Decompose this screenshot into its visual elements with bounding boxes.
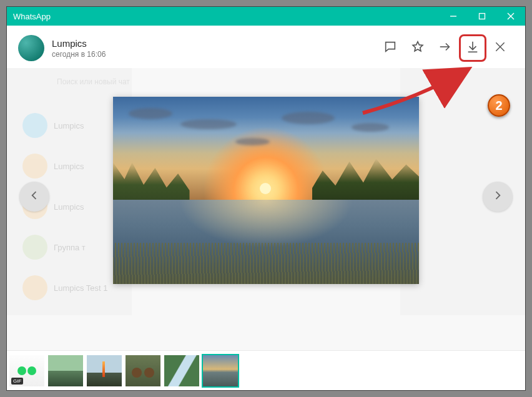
app-window: WhatsApp Поиск или новый чат Lumpics Lum… <box>6 6 526 391</box>
thumbnail[interactable] <box>48 355 83 386</box>
previous-media-button[interactable] <box>19 182 49 212</box>
close-icon <box>494 41 506 56</box>
chat-bubble-icon <box>383 40 397 56</box>
thumbnail[interactable] <box>87 355 122 386</box>
forward-button[interactable] <box>431 34 459 62</box>
forward-arrow-icon <box>438 40 452 56</box>
download-icon <box>466 40 480 56</box>
media-timestamp: сегодня в 16:06 <box>52 50 377 59</box>
sender-info: Lumpics сегодня в 16:06 <box>52 38 377 59</box>
background-chat-item: Lumpics <box>22 113 84 138</box>
background-chat-item: Lumpics <box>22 154 84 179</box>
gif-badge: GIF <box>11 378 23 385</box>
sender-name: Lumpics <box>52 38 377 49</box>
sender-avatar <box>18 35 44 61</box>
window-close-button[interactable] <box>496 7 525 26</box>
thumbnail[interactable] <box>126 355 160 386</box>
svg-rect-1 <box>480 14 485 19</box>
reply-button[interactable] <box>377 34 404 62</box>
titlebar: WhatsApp <box>7 7 525 26</box>
star-button[interactable] <box>404 34 431 62</box>
close-media-button[interactable] <box>486 34 514 62</box>
window-maximize-button[interactable] <box>468 7 496 26</box>
background-search: Поиск или новый чат <box>57 76 182 88</box>
chevron-right-icon <box>491 189 504 204</box>
next-media-button[interactable] <box>483 182 513 212</box>
download-button[interactable] <box>459 34 486 62</box>
media-viewer: Поиск или новый чат Lumpics Lumpics Lump… <box>7 26 525 390</box>
app-title: WhatsApp <box>13 12 51 21</box>
star-icon <box>411 40 425 56</box>
annotation-step-badge: 2 <box>488 94 510 117</box>
thumbnail-selected[interactable] <box>203 355 238 386</box>
media-header: Lumpics сегодня в 16:06 <box>7 26 525 68</box>
thumbnail[interactable] <box>164 355 199 386</box>
window-minimize-button[interactable] <box>439 7 468 26</box>
media-image[interactable] <box>113 97 419 284</box>
thumbnail-strip: GIF <box>7 350 525 390</box>
thumbnail[interactable]: GIF <box>9 355 44 386</box>
chevron-left-icon <box>28 189 41 204</box>
background-chat-item: Lumpics Test 1 <box>22 275 107 300</box>
background-chat-item: Группа т <box>22 235 86 260</box>
